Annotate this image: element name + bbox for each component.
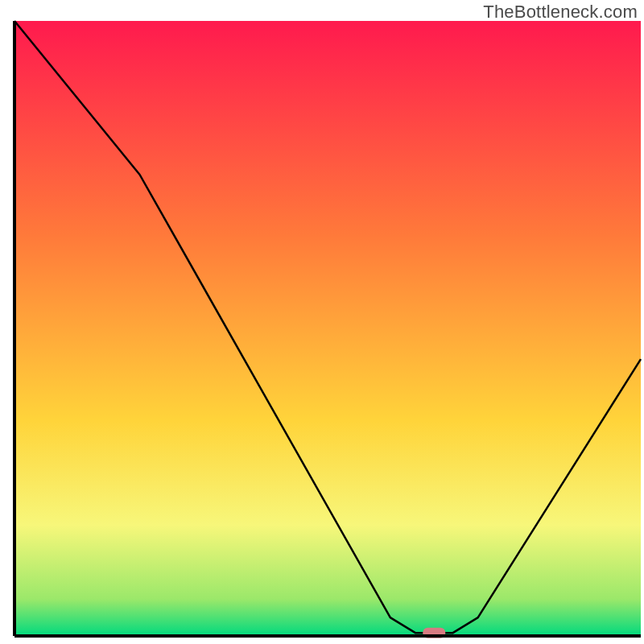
attribution-label: TheBottleneck.com [483,2,638,23]
bottleneck-chart: TheBottleneck.com [0,0,644,644]
chart-svg [0,0,644,644]
plot-background [14,21,641,636]
